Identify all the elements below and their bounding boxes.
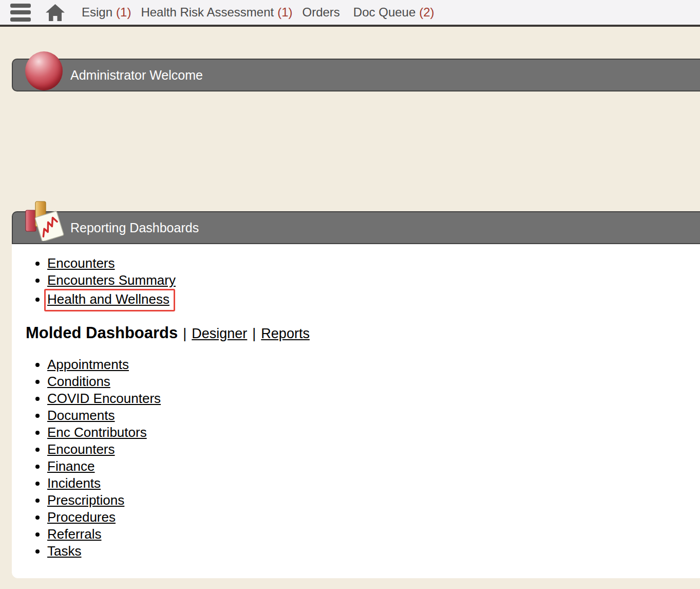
separator: | xyxy=(252,326,256,342)
home-icon[interactable] xyxy=(46,4,65,22)
list-item: Encounters Summary xyxy=(47,272,685,289)
list-item: Appointments xyxy=(47,356,685,373)
link-health-and-wellness[interactable]: Health and Wellness xyxy=(47,291,169,307)
link-procedures[interactable]: Procedures xyxy=(47,509,116,525)
list-item: COVID Encounters xyxy=(47,390,685,407)
red-sphere-icon xyxy=(25,51,63,90)
nav-item-esign[interactable]: Esign(1) xyxy=(82,5,131,20)
nav-item-health-risk-assessment[interactable]: Health Risk Assessment(1) xyxy=(141,5,292,20)
nav-item-count: (1) xyxy=(116,5,131,19)
top-nav-bar: Esign(1) Health Risk Assessment(1) Order… xyxy=(0,0,700,27)
list-item: Referrals xyxy=(47,526,685,543)
list-item: Encounters xyxy=(47,255,685,272)
report-chart-icon xyxy=(23,200,64,241)
molded-dashboards-heading-row: Molded Dashboards | Designer | Reports xyxy=(26,324,685,342)
list-item: Prescriptions xyxy=(47,492,685,509)
list-item: Finance xyxy=(47,458,685,475)
list-item: Tasks xyxy=(47,543,685,560)
list-item: Procedures xyxy=(47,509,685,526)
admin-welcome-title: Administrator Welcome xyxy=(70,68,203,83)
reporting-dashboards-panel-header: Reporting Dashboards xyxy=(12,211,700,244)
nav-item-label: Doc Queue xyxy=(353,5,415,19)
nav-item-label: Orders xyxy=(302,5,340,19)
dashboard-links-list: Encounters Encounters Summary Health and… xyxy=(26,255,685,311)
nav-item-label: Esign xyxy=(82,5,112,19)
link-documents[interactable]: Documents xyxy=(47,408,115,423)
molded-dashboards-list: Appointments Conditions COVID Encounters… xyxy=(26,356,685,560)
link-conditions[interactable]: Conditions xyxy=(47,374,110,389)
separator: | xyxy=(183,326,186,342)
nav-item-orders[interactable]: Orders xyxy=(302,5,344,20)
reporting-dashboards-panel-body: Encounters Encounters Summary Health and… xyxy=(12,244,700,578)
link-finance[interactable]: Finance xyxy=(47,458,95,474)
list-item: Documents xyxy=(47,407,685,424)
link-appointments[interactable]: Appointments xyxy=(47,357,129,372)
link-tasks[interactable]: Tasks xyxy=(47,543,81,559)
nav-item-count: (1) xyxy=(277,5,292,19)
nav-item-count: (2) xyxy=(419,5,434,19)
link-enc-contributors[interactable]: Enc Contributors xyxy=(47,425,147,440)
link-designer[interactable]: Designer xyxy=(192,326,247,342)
reporting-dashboards-title: Reporting Dashboards xyxy=(70,220,199,235)
list-item: Incidents xyxy=(47,475,685,492)
admin-welcome-panel-header: Administrator Welcome xyxy=(12,59,700,91)
nav-item-label: Health Risk Assessment xyxy=(141,5,274,19)
molded-dashboards-heading: Molded Dashboards xyxy=(26,324,178,342)
link-covid-encounters[interactable]: COVID Encounters xyxy=(47,391,161,406)
list-item: Conditions xyxy=(47,373,685,390)
list-item: Health and Wellness xyxy=(47,289,685,311)
link-encounters-2[interactable]: Encounters xyxy=(47,441,115,457)
list-item: Enc Contributors xyxy=(47,424,685,441)
link-prescriptions[interactable]: Prescriptions xyxy=(47,492,124,508)
top-nav-items: Esign(1) Health Risk Assessment(1) Order… xyxy=(82,5,434,20)
list-item: Encounters xyxy=(47,441,685,458)
link-incidents[interactable]: Incidents xyxy=(47,475,101,491)
link-reports[interactable]: Reports xyxy=(261,326,310,342)
hamburger-menu-icon[interactable] xyxy=(10,4,31,22)
link-referrals[interactable]: Referrals xyxy=(47,526,101,542)
nav-item-doc-queue[interactable]: Doc Queue(2) xyxy=(353,5,434,20)
link-encounters[interactable]: Encounters xyxy=(47,255,115,271)
link-encounters-summary[interactable]: Encounters Summary xyxy=(47,272,176,288)
highlight-box: Health and Wellness xyxy=(44,289,175,311)
